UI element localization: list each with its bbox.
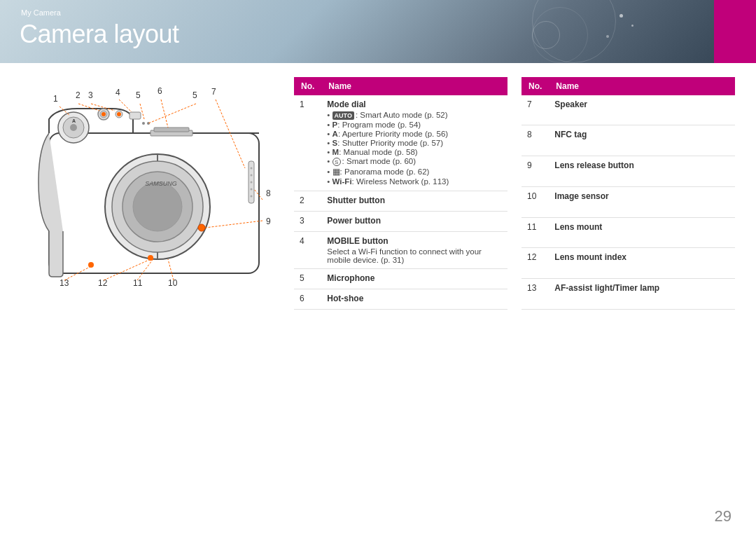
deco-dot-2 bbox=[631, 25, 634, 27]
list-item: A: Aperture Priority mode (p. 56) bbox=[327, 130, 502, 138]
list-item: Wi-Fi: Wireless Network (p. 113) bbox=[327, 177, 502, 186]
row-num: 10 bbox=[522, 186, 549, 217]
svg-text:5: 5 bbox=[136, 90, 141, 100]
table-row: 2Shutter button bbox=[294, 191, 507, 212]
deco-dot-3 bbox=[606, 35, 609, 38]
table-row: 10Image sensor bbox=[522, 186, 735, 217]
table-row: 3Power button bbox=[294, 212, 507, 232]
table-row: 12Lens mount index bbox=[522, 248, 735, 279]
svg-point-28 bbox=[251, 195, 253, 198]
svg-point-4 bbox=[70, 124, 77, 131]
svg-point-25 bbox=[251, 174, 253, 177]
row-num: 12 bbox=[522, 248, 549, 279]
page-number: 29 bbox=[715, 507, 732, 525]
list-item: P: Program mode (p. 54) bbox=[327, 121, 502, 129]
row-name: Image sensor bbox=[549, 186, 735, 217]
col-no-right: No. bbox=[522, 77, 549, 95]
svg-text:3: 3 bbox=[88, 90, 93, 100]
row-num: 7 bbox=[522, 95, 549, 125]
svg-point-13 bbox=[142, 122, 145, 125]
svg-text:5: 5 bbox=[192, 90, 197, 100]
svg-text:13: 13 bbox=[59, 278, 69, 288]
table-left: No. Name 1Mode dialAUTO: Smart Auto mode… bbox=[294, 77, 507, 310]
svg-text:2: 2 bbox=[76, 90, 80, 100]
svg-line-37 bbox=[161, 99, 168, 128]
row-num: 11 bbox=[522, 217, 549, 248]
row-name: AF-assist light/Timer lamp bbox=[549, 279, 735, 310]
svg-text:7: 7 bbox=[211, 87, 216, 97]
svg-line-41 bbox=[205, 221, 262, 228]
top-bar: My Camera Camera layout bbox=[0, 0, 756, 63]
row-name: MOBILE buttonSelect a Wi-Fi function to … bbox=[321, 232, 507, 269]
list-item: ▦: Panorama mode (p. 62) bbox=[327, 167, 502, 177]
table-row: 6Hot-shoe bbox=[294, 289, 507, 310]
parts-tables: No. Name 1Mode dialAUTO: Smart Auto mode… bbox=[294, 77, 735, 310]
svg-text:10: 10 bbox=[168, 278, 178, 288]
breadcrumb: My Camera bbox=[21, 8, 61, 17]
svg-text:6: 6 bbox=[158, 86, 162, 96]
row-num: 9 bbox=[522, 156, 549, 187]
svg-text:4: 4 bbox=[115, 88, 120, 97]
col-name-right: Name bbox=[549, 77, 735, 95]
row-num: 1 bbox=[294, 95, 321, 191]
svg-rect-15 bbox=[130, 112, 141, 119]
svg-point-24 bbox=[251, 167, 253, 170]
row-num: 5 bbox=[294, 269, 321, 289]
svg-point-31 bbox=[88, 262, 94, 268]
deco-circle-3 bbox=[532, 21, 560, 49]
row-name: Lens mount index bbox=[549, 248, 735, 279]
camera-diagram-area: A bbox=[21, 77, 287, 301]
svg-rect-12 bbox=[154, 128, 189, 132]
row-num: 2 bbox=[294, 191, 321, 212]
list-item: AUTO: Smart Auto mode (p. 52) bbox=[327, 111, 502, 120]
svg-point-27 bbox=[251, 188, 253, 191]
svg-line-33 bbox=[78, 104, 99, 111]
list-item: S: Smart mode (p. 60) bbox=[327, 157, 502, 166]
page-title: Camera layout bbox=[20, 20, 179, 49]
row-name: Microphone bbox=[321, 269, 507, 289]
svg-text:8: 8 bbox=[266, 188, 271, 198]
deco-dot-1 bbox=[620, 14, 623, 18]
svg-point-8 bbox=[102, 112, 106, 116]
svg-text:A: A bbox=[72, 118, 76, 123]
col-name-left: Name bbox=[321, 77, 507, 95]
camera-svg: A bbox=[21, 77, 287, 301]
table-row: 11Lens mount bbox=[522, 217, 735, 248]
row-name: Shutter button bbox=[321, 191, 507, 212]
list-item: S: Shutter Priority mode (p. 57) bbox=[327, 139, 502, 147]
svg-text:12: 12 bbox=[98, 278, 108, 288]
row-name: Lens release button bbox=[549, 156, 735, 187]
table-row: 8NFC tag bbox=[522, 125, 735, 156]
svg-text:9: 9 bbox=[266, 217, 271, 226]
row-num: 13 bbox=[522, 279, 549, 310]
row-name: Speaker bbox=[549, 95, 735, 125]
row-num: 3 bbox=[294, 212, 321, 232]
svg-point-22 bbox=[198, 224, 205, 231]
table-row: 13AF-assist light/Timer lamp bbox=[522, 279, 735, 310]
svg-line-38 bbox=[148, 104, 196, 123]
table-row: 4MOBILE buttonSelect a Wi-Fi function to… bbox=[294, 232, 507, 269]
table-row: 5Microphone bbox=[294, 269, 507, 289]
table-row: 1Mode dialAUTO: Smart Auto mode (p. 52)P… bbox=[294, 95, 507, 191]
svg-text:1: 1 bbox=[53, 94, 58, 104]
svg-point-19 bbox=[133, 182, 182, 231]
svg-text:SAMSUNG: SAMSUNG bbox=[145, 180, 177, 187]
row-name: Mode dialAUTO: Smart Auto mode (p. 52)P:… bbox=[321, 95, 507, 191]
table-right: No. Name 7Speaker8NFC tag9Lens release b… bbox=[522, 77, 735, 310]
svg-point-10 bbox=[117, 112, 121, 116]
table-row: 9Lens release button bbox=[522, 156, 735, 187]
svg-line-59 bbox=[168, 259, 174, 280]
svg-point-26 bbox=[251, 181, 253, 184]
row-name: Lens mount bbox=[549, 217, 735, 248]
row-num: 6 bbox=[294, 289, 321, 310]
row-name: NFC tag bbox=[549, 125, 735, 156]
svg-line-57 bbox=[104, 259, 150, 280]
row-name: Hot-shoe bbox=[321, 289, 507, 310]
table-row: 7Speaker bbox=[522, 95, 735, 125]
col-no-left: No. bbox=[294, 77, 321, 95]
row-num: 8 bbox=[522, 125, 549, 156]
list-item: M: Manual mode (p. 58) bbox=[327, 148, 502, 156]
row-num: 4 bbox=[294, 232, 321, 269]
row-name: Power button bbox=[321, 212, 507, 232]
